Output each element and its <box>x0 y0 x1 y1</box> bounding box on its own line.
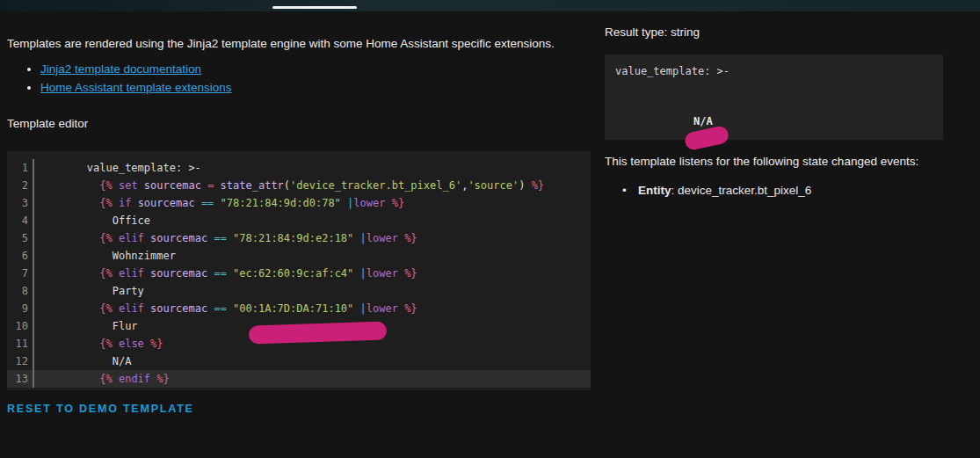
result-type-label: Result type: string <box>605 25 700 39</box>
doc-link-item: Jinja2 template documentation <box>40 63 232 76</box>
code-line[interactable]: 2 {% set sourcemac = state_attr('device_… <box>7 177 591 194</box>
line-number: 11 <box>7 335 34 353</box>
line-number: 3 <box>7 194 34 212</box>
code-line[interactable]: 9 {% elif sourcemac == "00:1A:7D:DA:71:1… <box>7 300 591 317</box>
code-line[interactable]: 12 N/A <box>7 353 591 370</box>
line-number: 2 <box>7 177 34 194</box>
code-line-content: Flur <box>34 317 138 335</box>
code-line[interactable]: 4 Office <box>7 212 591 229</box>
line-number: 5 <box>7 229 34 247</box>
line-number: 6 <box>7 247 34 265</box>
code-line[interactable]: 8 Party <box>7 282 591 300</box>
code-line[interactable]: 1 value_template: >- <box>7 159 591 177</box>
entity-separator: : <box>671 184 679 197</box>
entity-value: device_tracker.bt_pixel_6 <box>678 184 811 197</box>
intro-text: Templates are rendered using the Jinja2 … <box>7 37 605 50</box>
code-line-content: {% elif sourcemac == "ec:62:60:9c:af:c4"… <box>34 265 417 282</box>
code-line[interactable]: 3 {% if sourcemac == "78:21:84:9d:d0:78"… <box>7 194 591 212</box>
entity-label: Entity <box>638 184 671 197</box>
code-line-content: Wohnzimmer <box>34 247 176 265</box>
code-lines: 1 value_template: >-2 {% set sourcemac =… <box>7 159 591 388</box>
top-tab-bar <box>0 0 980 11</box>
line-number: 1 <box>7 159 34 177</box>
reset-to-demo-template-button[interactable]: RESET TO DEMO TEMPLATE <box>7 403 194 415</box>
result-output-line: value_template: >- <box>615 65 730 77</box>
template-editor-label: Template editor <box>7 117 88 130</box>
template-editor-page: Templates are rendered using the Jinja2 … <box>0 0 980 458</box>
line-number: 12 <box>7 353 34 370</box>
code-editor[interactable]: 1 value_template: >-2 {% set sourcemac =… <box>7 151 591 390</box>
listens-text: This template listens for the following … <box>605 155 974 168</box>
line-number: 7 <box>7 265 34 282</box>
active-tab-indicator <box>272 6 357 9</box>
code-line-content: N/A <box>34 353 131 370</box>
entity-list-item: •Entity: device_tracker.bt_pixel_6 <box>622 184 811 197</box>
doc-links: Jinja2 template documentationHome Assist… <box>25 63 232 100</box>
code-line-content: {% elif sourcemac == "00:1A:7D:DA:71:10"… <box>34 300 417 317</box>
code-line-content: {% if sourcemac == "78:21:84:9d:d0:78" |… <box>34 194 404 212</box>
doc-link-item: Home Assistant template extensions <box>40 82 232 94</box>
code-line[interactable]: 6 Wohnzimmer <box>7 247 591 265</box>
line-number: 4 <box>7 212 34 229</box>
bullet-icon: • <box>622 184 638 197</box>
code-line[interactable]: 5 {% elif sourcemac == "78:21:84:9d:e2:1… <box>7 229 591 247</box>
code-line[interactable]: 13 {% endif %} <box>7 370 591 388</box>
doc-link[interactable]: Jinja2 template documentation <box>40 62 201 76</box>
code-line-content: {% elif sourcemac == "78:21:84:9d:e2:18"… <box>34 229 417 247</box>
result-output-box: value_template: >- N/A <box>605 55 943 140</box>
code-line-content: {% endif %} <box>34 370 170 388</box>
code-line-content: Party <box>34 282 144 300</box>
code-line-content: Office <box>34 212 150 229</box>
doc-link[interactable]: Home Assistant template extensions <box>40 81 232 94</box>
code-line-content: {% set sourcemac = state_attr('device_tr… <box>34 177 544 194</box>
code-line-content: value_template: >- <box>34 159 201 177</box>
code-line-content: {% else %} <box>34 335 163 353</box>
line-number: 10 <box>7 317 34 335</box>
code-line[interactable]: 7 {% elif sourcemac == "ec:62:60:9c:af:c… <box>7 265 591 282</box>
result-output-value: N/A <box>693 115 713 127</box>
line-number: 13 <box>7 370 34 388</box>
line-number: 8 <box>7 282 34 300</box>
line-number: 9 <box>7 300 34 317</box>
